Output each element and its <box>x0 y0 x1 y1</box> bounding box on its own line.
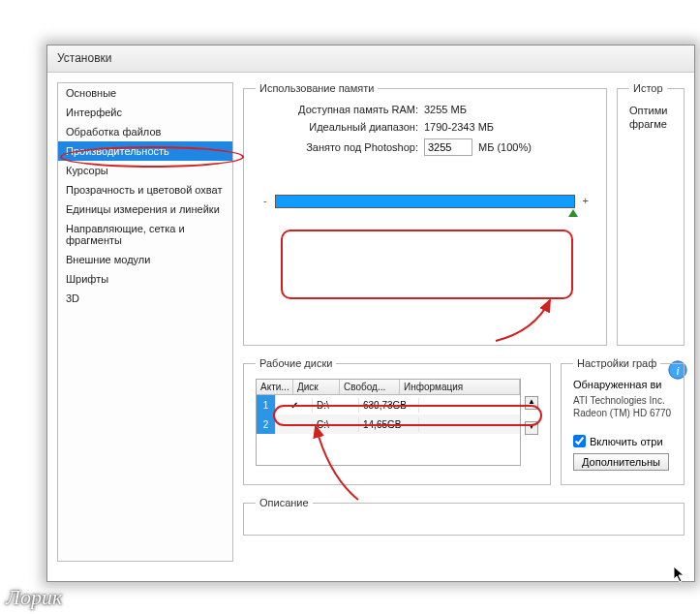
row-info <box>419 422 520 426</box>
row-info <box>419 403 520 407</box>
row-free: 630,73GB <box>359 398 419 413</box>
watermark-text: Лорик <box>6 585 62 610</box>
sidebar-item-interface[interactable]: Интерфейс <box>58 103 232 122</box>
graphics-settings-group: Настройки граф Обнаруженная ви ATI Techn… <box>561 357 685 485</box>
advanced-settings-button[interactable]: Дополнительны <box>573 453 669 471</box>
sidebar-item-label: Основные <box>66 87 116 99</box>
col-free[interactable]: Свобод... <box>340 380 400 394</box>
sidebar-item-general[interactable]: Основные <box>58 83 232 103</box>
sidebar-item-cursors[interactable]: Курсоры <box>58 161 232 180</box>
sidebar-item-3d[interactable]: 3D <box>58 289 232 308</box>
sidebar-item-label: Направляющие, сетка и фрагменты <box>66 223 185 246</box>
slider-thumb-icon[interactable] <box>568 209 578 217</box>
row-active-checkbox[interactable] <box>276 422 313 426</box>
row-free: 14,65GB <box>359 417 419 432</box>
description-group: Описание <box>243 497 685 536</box>
history-line1: Оптими <box>629 104 672 117</box>
slider-plus-icon: + <box>583 195 589 206</box>
sidebar-item-label: Единицы измерения и линейки <box>66 203 220 215</box>
history-line2: фрагме <box>629 117 672 131</box>
memory-legend: Использование памяти <box>256 82 378 94</box>
available-ram-value: 3255 МБ <box>424 104 467 115</box>
sidebar-item-label: Прозрачность и цветовой охват <box>66 184 222 196</box>
ideal-range-value: 1790-2343 МБ <box>424 121 494 133</box>
sidebar-item-plugins[interactable]: Внешние модули <box>58 250 232 269</box>
row-num: 2 <box>257 414 276 434</box>
col-active[interactable]: Акти... <box>257 380 293 394</box>
sidebar-item-label: Внешние модули <box>66 254 150 265</box>
row-disk: D:\ <box>313 398 359 413</box>
detected-card-label: Обнаруженная ви <box>573 379 672 390</box>
description-legend: Описание <box>256 497 313 508</box>
slider-track[interactable] <box>275 195 575 208</box>
table-row[interactable]: 1 ✔ D:\ 630,73GB <box>257 395 520 414</box>
table-row[interactable]: 2 C:\ 14,65GB <box>257 414 520 434</box>
table-header-row: Акти... Диск Свобод... Информация <box>257 380 520 395</box>
col-disk[interactable]: Диск <box>293 380 340 394</box>
row-active-checkbox[interactable]: ✔ <box>276 398 313 413</box>
window-titlebar: Установки <box>47 46 694 73</box>
detected-card-value: ATI Technologies Inc. Radeon (TM) HD 677… <box>573 394 672 419</box>
photoshop-use-label: Занято под Photoshop: <box>256 141 418 153</box>
memory-usage-group: Использование памяти Доступная память RA… <box>243 82 607 346</box>
sidebar-item-performance[interactable]: Производительность <box>58 141 232 161</box>
enable-drawing-input[interactable] <box>573 435 586 447</box>
row-num: 1 <box>257 395 276 414</box>
table-row-empty <box>257 434 520 465</box>
sidebar-item-transparency[interactable]: Прозрачность и цветовой охват <box>58 180 232 200</box>
sidebar-item-label: Обработка файлов <box>66 126 161 138</box>
move-up-button[interactable]: ▲ <box>525 396 538 410</box>
enable-drawing-checkbox[interactable]: Включить отри <box>573 435 672 447</box>
ideal-range-label: Идеальный диапазон: <box>256 121 418 133</box>
scratch-disks-group: Рабочие диски Акти... Диск Свобод... Инф… <box>243 357 551 485</box>
card-line1: ATI Technologies Inc. <box>573 394 672 407</box>
graphics-legend: Настройки граф <box>573 357 660 369</box>
col-info[interactable]: Информация <box>400 380 520 394</box>
sidebar-item-guides[interactable]: Направляющие, сетка и фрагменты <box>58 219 232 250</box>
history-legend: Истор <box>629 82 667 94</box>
window-title: Установки <box>57 51 111 65</box>
move-down-button[interactable]: ▼ <box>525 421 538 435</box>
category-sidebar: Основные Интерфейс Обработка файлов Прои… <box>57 82 233 562</box>
sidebar-item-label: 3D <box>66 292 79 304</box>
row-disk: C:\ <box>313 417 359 432</box>
mouse-cursor-icon <box>673 566 686 585</box>
photoshop-use-input[interactable] <box>424 138 472 156</box>
available-ram-label: Доступная память RAM: <box>256 104 418 115</box>
sidebar-item-label: Шрифты <box>66 273 108 285</box>
slider-minus-icon: - <box>263 195 267 206</box>
scratch-disks-table: Акти... Диск Свобод... Информация 1 ✔ D:… <box>256 379 521 466</box>
scratch-disks-legend: Рабочие диски <box>256 357 336 369</box>
photoshop-use-unit: МБ (100%) <box>478 141 532 153</box>
sidebar-item-type[interactable]: Шрифты <box>58 269 232 289</box>
sidebar-item-filehandling[interactable]: Обработка файлов <box>58 122 232 141</box>
history-group: Истор Оптими фрагме <box>617 82 685 346</box>
card-line2: Radeon (TM) HD 6770 <box>573 407 672 419</box>
sidebar-item-units[interactable]: Единицы измерения и линейки <box>58 200 232 219</box>
sidebar-item-label: Производительность <box>66 145 169 157</box>
preferences-window: Установки Основные Интерфейс Обработка ф… <box>46 45 695 582</box>
sidebar-item-label: Курсоры <box>66 165 108 176</box>
memory-slider[interactable]: - + <box>256 195 594 228</box>
enable-drawing-label: Включить отри <box>590 436 663 447</box>
sidebar-item-label: Интерфейс <box>66 107 122 118</box>
